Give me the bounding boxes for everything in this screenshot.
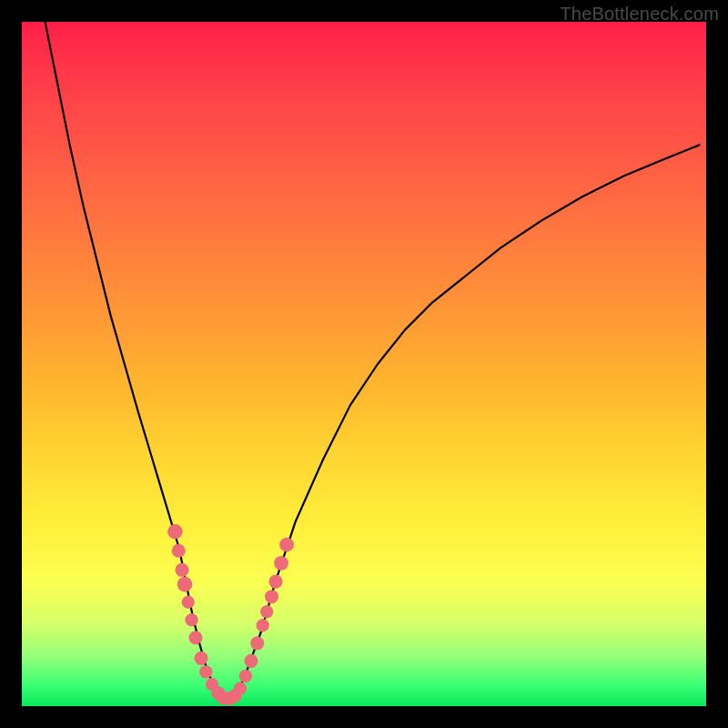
data-marker bbox=[268, 575, 282, 589]
plot-area bbox=[22, 22, 706, 706]
data-marker bbox=[274, 556, 288, 571]
data-marker bbox=[260, 605, 273, 618]
data-marker bbox=[185, 613, 197, 626]
marker-group bbox=[167, 524, 294, 705]
data-marker bbox=[175, 563, 188, 577]
bottleneck-curve bbox=[46, 22, 700, 699]
data-marker bbox=[172, 544, 186, 558]
data-marker bbox=[177, 577, 193, 592]
data-marker bbox=[234, 682, 247, 694]
data-marker bbox=[239, 670, 252, 682]
data-marker bbox=[279, 538, 294, 552]
data-marker bbox=[188, 631, 202, 644]
data-marker bbox=[195, 652, 208, 665]
chart-svg bbox=[22, 22, 706, 706]
data-marker bbox=[244, 654, 258, 668]
data-marker bbox=[199, 665, 212, 678]
data-marker bbox=[265, 590, 278, 603]
data-marker bbox=[182, 596, 195, 609]
chart-frame: TheBottleneck.com bbox=[0, 0, 728, 728]
data-marker bbox=[257, 619, 269, 632]
data-marker bbox=[167, 524, 183, 540]
watermark-text: TheBottleneck.com bbox=[560, 4, 719, 25]
data-marker bbox=[250, 636, 264, 650]
